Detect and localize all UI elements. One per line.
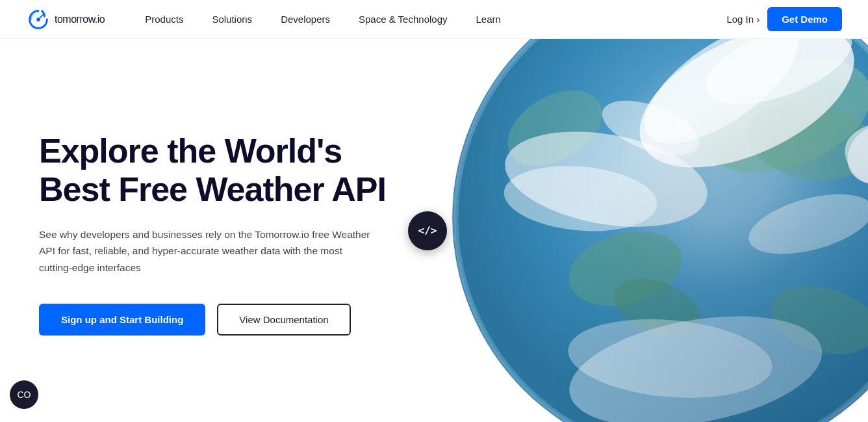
chat-bubble[interactable]: CO: [10, 380, 38, 409]
docs-button[interactable]: View Documentation: [217, 304, 350, 336]
code-icon: </>: [418, 224, 437, 237]
logo-text: tomorrow.io: [55, 12, 105, 26]
nav-item-products[interactable]: Products: [131, 0, 198, 39]
nav-item-learn[interactable]: Learn: [462, 0, 515, 39]
login-button[interactable]: Log In ›: [726, 14, 760, 25]
hero-buttons: Sign up and Start Building View Document…: [39, 304, 395, 336]
nav-item-developers[interactable]: Developers: [266, 0, 344, 39]
earth-svg: [434, 39, 868, 422]
hero-content: Explore the World's Best Free Weather AP…: [0, 39, 434, 422]
navbar-actions: Log In › Get Demo: [726, 7, 842, 31]
chat-bubble-icon: CO: [18, 389, 31, 400]
svg-point-23: [453, 39, 868, 422]
signup-button[interactable]: Sign up and Start Building: [39, 304, 205, 336]
nav-item-solutions[interactable]: Solutions: [198, 0, 266, 39]
hero-section: Explore the World's Best Free Weather AP…: [0, 39, 868, 422]
navbar: tomorrow.io Products Solutions Developer…: [0, 0, 868, 39]
hero-title: Explore the World's Best Free Weather AP…: [39, 132, 395, 207]
nav-menu: Products Solutions Developers Space & Te…: [131, 0, 726, 39]
earth-container: [434, 39, 868, 422]
logo-icon: [26, 7, 51, 32]
hero-subtitle: See why developers and businesses rely o…: [39, 226, 377, 276]
code-icon-circle: </>: [408, 211, 447, 250]
get-demo-button[interactable]: Get Demo: [767, 7, 842, 31]
nav-item-space-technology[interactable]: Space & Technology: [344, 0, 462, 39]
logo[interactable]: tomorrow.io: [26, 7, 105, 32]
hero-image: [434, 39, 868, 422]
